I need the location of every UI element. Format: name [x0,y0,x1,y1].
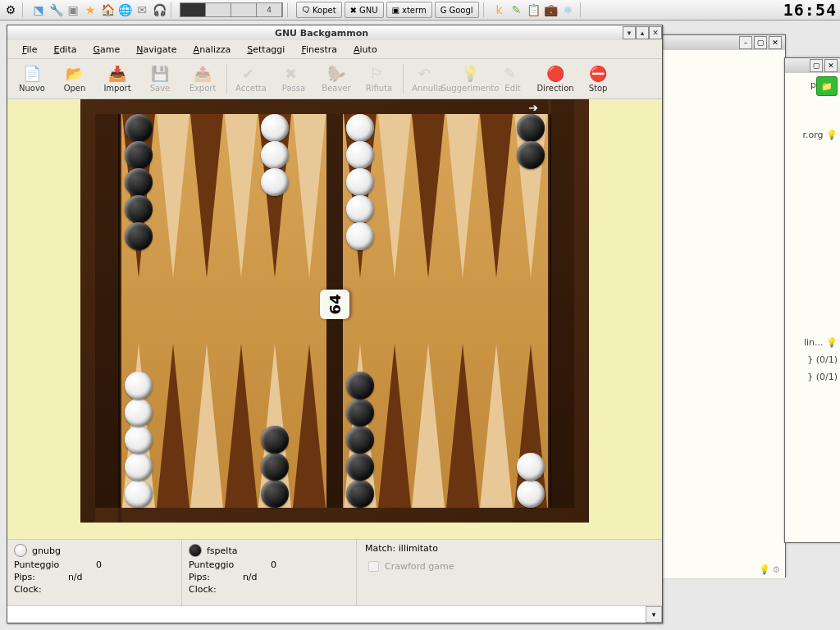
minimize-button[interactable]: ▴ [636,26,649,39]
player2-panel: fspelta Punteggio0 Pips:n/d Clock: [182,540,357,605]
bg2-maximize-button[interactable]: ▢ [810,59,823,72]
checker-white[interactable] [346,141,374,169]
open-icon: 📂 [66,65,84,83]
globe-icon[interactable]: 🌐 [117,2,132,17]
checker-white[interactable] [125,453,153,481]
music-icon[interactable]: 🎧 [152,2,167,17]
task-googl[interactable]: GGoogl [435,2,479,18]
checker-black[interactable] [346,399,374,427]
beaver-icon: 🦫 [327,65,345,83]
hint-button: 💡Suggerimento [449,60,491,98]
accept-icon: ✔ [242,65,260,83]
menu-game[interactable]: Game [84,43,128,57]
command-dropdown-button[interactable]: ▾ [646,606,662,623]
gear-icon[interactable]: ⚙ [772,564,780,575]
desktop-pager[interactable]: 4 [180,2,283,17]
task-xterm[interactable]: ▣xterm [386,2,432,18]
player2-pips: n/d [243,572,258,582]
lightbulb-icon[interactable]: 💡 [759,564,770,575]
task-kopet[interactable]: 🗨Kopet [296,2,342,18]
bg1-maximize-button[interactable]: ▢ [754,36,767,49]
pager-desktop-3[interactable] [231,3,257,16]
tray-clipboard-icon[interactable]: ✎ [509,2,524,17]
menu-file[interactable]: File [14,43,45,57]
bearoff-left[interactable] [95,114,120,508]
checker-white[interactable] [346,195,374,223]
menu-button[interactable]: ▾ [623,26,636,39]
checker-white[interactable] [346,114,374,142]
import-icon: 📥 [108,65,126,83]
menu-finestra[interactable]: Finestra [293,43,345,57]
export-button: 📤Export [181,60,224,98]
taskbar-clock[interactable]: 16:54 [783,0,837,20]
new-button[interactable]: 📄Nuovo [11,60,53,98]
import-button[interactable]: 📥Import [96,60,139,98]
open-button[interactable]: 📂Open [53,60,96,98]
checker-black[interactable] [517,114,545,142]
checker-white[interactable] [125,372,153,399]
bg1-minimize-button[interactable]: – [739,36,752,49]
direction-button[interactable]: 🔴Direction [534,60,577,98]
checker-black[interactable] [125,222,153,250]
checker-white[interactable] [517,453,545,481]
pass-button: ✖Passa [272,60,315,98]
pager-desktop-1[interactable] [180,3,206,16]
menubar: FileEditaGameNavigateAnalizzaSettaggiFin… [7,40,662,59]
direction-arrow-icon[interactable]: ➔ [528,101,538,114]
checker-black[interactable] [517,141,545,169]
checker-white[interactable] [517,480,545,508]
player2-color-icon [189,544,202,557]
titlebar[interactable]: GNU Backgammon ▾ ▴ ✕ [7,25,662,40]
tray-wallet-icon[interactable]: 💼 [544,2,559,17]
player1-panel: gnubg Punteggio0 Pips:n/d Clock: [7,540,182,605]
accept-button: ✔Accetta [230,60,272,98]
pager-desktop-2[interactable] [206,3,231,16]
menu-analizza[interactable]: Analizza [185,43,240,57]
beaver-button: 🦫Beaver [315,60,358,98]
window-icon[interactable]: ▣ [66,2,80,17]
player1-name: gnubg [32,546,61,556]
pager-desktop-4[interactable]: 4 [257,3,282,16]
close-button[interactable]: ✕ [649,26,662,39]
command-input[interactable] [7,607,646,622]
checker-black[interactable] [346,480,374,508]
checker-black[interactable] [125,168,153,196]
task-gnu[interactable]: ✖GNU [345,2,384,18]
bg1-close-button[interactable]: ✕ [769,36,782,49]
folder-up-icon[interactable]: 📁 [816,76,838,96]
background-window-2: ▢ ✕ 📁 pr.org 💡lin... 💡} (0/1)} (0/1) [784,57,840,543]
menu-settaggi[interactable]: Settaggi [239,43,293,57]
tray-kopete-icon[interactable]: k [492,2,507,17]
checker-white[interactable] [346,168,374,196]
checker-black[interactable] [125,114,153,142]
checker-black[interactable] [346,453,374,481]
tray-network-icon[interactable]: ⚛ [561,2,576,17]
wrench-icon[interactable]: 🔧 [48,2,63,17]
backgammon-board[interactable]: ➔ 64 [80,99,589,523]
checker-white[interactable] [125,399,153,427]
checker-white[interactable] [125,426,153,454]
checker-black[interactable] [125,141,153,169]
home-icon[interactable]: 🏠 [100,2,115,17]
star-icon[interactable]: ★ [83,2,98,17]
stop-button[interactable]: ⛔Stop [577,60,619,98]
bg2-close-button[interactable]: ✕ [824,59,838,72]
background-window-1: – ▢ ✕ 💡 ⚙ [661,34,786,578]
checker-black[interactable] [125,195,153,223]
mail-icon[interactable]: ✉ [135,2,149,17]
edit-icon: ✎ [504,65,522,83]
player1-score: 0 [96,559,102,570]
menu-aiuto[interactable]: Aiuto [345,43,386,57]
menu-edita[interactable]: Edita [45,43,84,57]
menu-navigate[interactable]: Navigate [128,43,185,57]
checker-black[interactable] [346,372,374,399]
desktop-icon[interactable]: ⬔ [31,2,46,17]
doubling-cube[interactable]: 64 [320,290,349,319]
kmenu-icon[interactable]: ⚙ [3,2,18,17]
bearoff-right[interactable] [550,114,574,508]
checker-white[interactable] [346,222,374,250]
checker-white[interactable] [125,480,153,508]
checker-black[interactable] [346,426,374,454]
direction-icon: 🔴 [546,65,564,83]
tray-sound-icon[interactable]: 📋 [527,2,541,17]
